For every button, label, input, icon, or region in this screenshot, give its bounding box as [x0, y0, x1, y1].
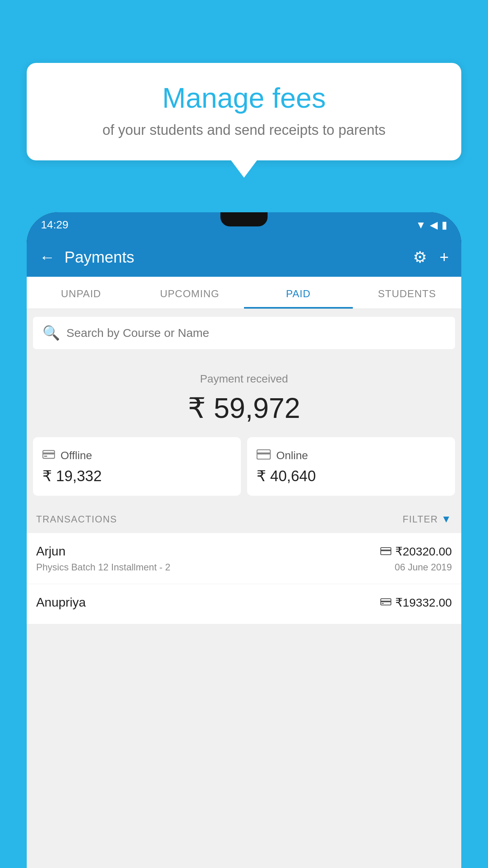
filter-label: FILTER [403, 514, 438, 525]
transaction-description: Physics Batch 12 Installment - 2 [36, 562, 170, 573]
status-icons: ▼ ◀ ▮ [416, 219, 447, 231]
offline-payment-icon [42, 448, 55, 463]
transaction-amount-row: ₹19332.00 [380, 596, 452, 609]
app-bar-actions: ⚙ + [413, 248, 449, 266]
transaction-type-icon [380, 545, 391, 558]
transaction-name: Anupriya [36, 595, 86, 610]
online-amount: ₹ 40,640 [257, 467, 446, 485]
battery-icon: ▮ [442, 219, 447, 231]
offline-card-header: Offline [42, 448, 231, 463]
online-payment-card: Online ₹ 40,640 [247, 437, 455, 496]
tooltip-title: Manage fees [49, 82, 439, 114]
transaction-name: Arjun [36, 544, 66, 559]
tab-paid[interactable]: PAID [244, 277, 353, 309]
transactions-header: TRANSACTIONS FILTER ▼ [27, 505, 461, 533]
online-label: Online [276, 449, 308, 462]
notch [220, 212, 268, 226]
filter-button[interactable]: FILTER ▼ [403, 513, 452, 525]
phone-content: UNPAID UPCOMING PAID STUDENTS 🔍 Payment … [27, 277, 461, 868]
offline-amount: ₹ 19,332 [42, 467, 231, 485]
tab-students[interactable]: STUDENTS [353, 277, 462, 309]
payment-received-section: Payment received ₹ 59,972 [27, 357, 461, 437]
svg-rect-2 [44, 456, 47, 457]
svg-rect-6 [381, 550, 391, 551]
payment-received-label: Payment received [35, 373, 453, 385]
transaction-amount: ₹20320.00 [395, 544, 452, 558]
add-icon[interactable]: + [440, 248, 449, 266]
status-time: 14:29 [41, 219, 68, 231]
tooltip-bubble: Manage fees of your students and send re… [27, 63, 461, 160]
offline-label: Offline [61, 449, 92, 462]
page-title: Payments [64, 248, 404, 266]
payment-received-amount: ₹ 59,972 [35, 392, 453, 425]
search-bar: 🔍 [33, 317, 455, 349]
transaction-type-icon [380, 596, 391, 609]
svg-rect-8 [381, 601, 391, 602]
tab-unpaid[interactable]: UNPAID [27, 277, 136, 309]
svg-rect-4 [257, 452, 270, 454]
settings-icon[interactable]: ⚙ [413, 248, 427, 266]
wifi-icon: ▼ [416, 219, 426, 231]
tab-upcoming[interactable]: UPCOMING [136, 277, 244, 309]
table-row[interactable]: Anupriya ₹19332.00 [27, 584, 461, 624]
online-payment-icon [257, 448, 271, 463]
filter-icon: ▼ [441, 513, 452, 525]
tooltip-subtitle: of your students and send receipts to pa… [49, 122, 439, 138]
transaction-sub: Physics Batch 12 Installment - 2 06 June… [36, 562, 452, 573]
signal-icon: ◀ [430, 219, 438, 231]
transaction-main: Anupriya ₹19332.00 [36, 595, 452, 610]
payment-cards-row: Offline ₹ 19,332 Online ₹ 40,640 [27, 437, 461, 505]
back-button[interactable]: ← [39, 248, 55, 266]
tab-bar: UNPAID UPCOMING PAID STUDENTS [27, 277, 461, 309]
transactions-label: TRANSACTIONS [36, 514, 117, 525]
svg-rect-9 [382, 603, 384, 604]
search-icon: 🔍 [42, 325, 60, 341]
transaction-date: 06 June 2019 [395, 562, 452, 573]
transaction-amount: ₹19332.00 [395, 596, 452, 609]
transaction-main: Arjun ₹20320.00 [36, 544, 452, 559]
online-card-header: Online [257, 448, 446, 463]
svg-rect-1 [43, 452, 55, 454]
status-bar: 14:29 ▼ ◀ ▮ [27, 212, 461, 237]
app-bar: ← Payments ⚙ + [27, 237, 461, 277]
search-input[interactable] [66, 326, 446, 340]
transaction-amount-row: ₹20320.00 [380, 544, 452, 558]
table-row[interactable]: Arjun ₹20320.00 Physics Batch 12 Install… [27, 533, 461, 584]
offline-payment-card: Offline ₹ 19,332 [33, 437, 241, 496]
phone-frame: 14:29 ▼ ◀ ▮ ← Payments ⚙ + UNPAID UPCOMI… [27, 212, 461, 868]
